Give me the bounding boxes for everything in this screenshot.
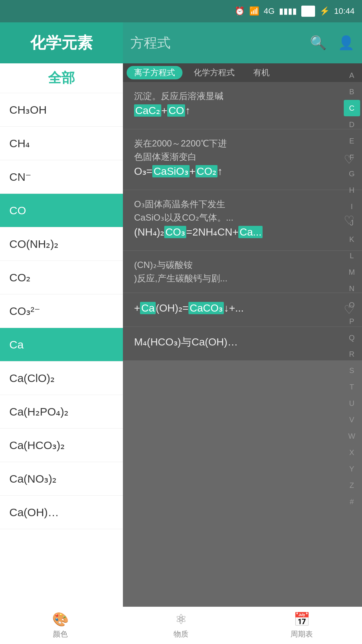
nav-item-color[interactable]: 🎨 颜色 — [0, 612, 121, 639]
result-3-desc2: CaSiO₃以及CO₂气体。... — [134, 211, 351, 224]
result-4-desc1: (CN)₂与碳酸铵 — [134, 258, 351, 272]
clock-icon: ⏰ — [235, 6, 245, 16]
header-actions: 🔍 👤 — [310, 35, 355, 51]
result-2-desc1: 炭在2000～2200℃下进 — [134, 137, 351, 150]
list-item-cah2po42[interactable]: Ca(H₂PO₄)₂ — [0, 395, 123, 429]
list-item-cano32[interactable]: Ca(NO₃)₂ — [0, 462, 123, 496]
result-3-desc1: O₃固体高温条件下发生 — [134, 198, 351, 211]
list-item-ch3oh[interactable]: CH₃OH — [0, 93, 123, 127]
result-3-highlight-ca: Ca... — [238, 226, 263, 238]
color-icon: 🎨 — [52, 612, 69, 627]
tab-chem-equation[interactable]: 化学方程式 — [186, 66, 242, 79]
time-label: 10:44 — [334, 6, 355, 16]
result-1-formula: CaC₂+CO↑ — [134, 103, 351, 119]
list-item-ch4[interactable]: CH₄ — [0, 127, 123, 160]
periodic-icon: 📅 — [293, 612, 310, 627]
left-panel: 全部 CH₃OH CH₄ CN⁻ CO CO(NH₂)₂ CO₂ CO₃²⁻ C… — [0, 63, 123, 607]
result-item-3[interactable]: O₃固体高温条件下发生 CaSiO₃以及CO₂气体。... (NH₄)₂CO₃=… — [123, 190, 362, 251]
bottom-nav: 🎨 颜色 ⚛ 物质 📅 周期表 — [0, 607, 362, 644]
signal-label: 4G — [264, 6, 274, 16]
result-item-6[interactable]: M₄(HCO₃)与Ca(OH)… — [123, 327, 362, 361]
header-right: 方程式 🔍 👤 — [123, 22, 362, 63]
matter-label: 物质 — [174, 629, 188, 639]
nav-item-matter[interactable]: ⚛ 物质 — [121, 612, 241, 639]
result-item-2[interactable]: 炭在2000～2200℃下进 色固体逐渐变白 O₃=CaSiO₃+CO₂↑ ♡ — [123, 129, 362, 190]
matter-icon: ⚛ — [175, 612, 187, 627]
nav-item-periodic[interactable]: 📅 周期表 — [241, 612, 362, 639]
result-item-4[interactable]: (CN)₂与碳酸铵 )反应,产生碳酸钙与剧... — [123, 251, 362, 293]
result-2-highlight-co2: CO₂ — [196, 165, 217, 177]
tabs-row: 离子方程式 化学方程式 有机 — [123, 63, 362, 82]
result-5-highlight-caco3: CaCO₃ — [188, 302, 224, 314]
result-2-formula: O₃=CaSiO₃+CO₂↑ — [134, 164, 351, 179]
search-icon[interactable]: 🔍 — [310, 35, 327, 51]
category-label[interactable]: 全部 — [48, 69, 75, 87]
result-3-highlight-co3: CO₃ — [164, 226, 186, 238]
list-item-conh22[interactable]: CO(NH₂)₂ — [0, 227, 123, 261]
list-item-co32-[interactable]: CO₃²⁻ — [0, 294, 123, 328]
status-bar: ⏰ 📶 4G ▮▮▮▮ 17 ⚡ 10:44 — [0, 0, 362, 22]
header-left: 化学元素 — [0, 22, 123, 63]
app-title: 化学元素 — [30, 32, 93, 53]
battery-charging-icon: ⚡ — [320, 6, 330, 16]
main-area: 全部 CH₃OH CH₄ CN⁻ CO CO(NH₂)₂ CO₂ CO₃²⁻ C… — [0, 63, 362, 607]
result-2-desc2: 色固体逐渐变白 — [134, 150, 351, 164]
result-1-highlight-co: CO — [167, 104, 185, 117]
category-header: 全部 — [0, 63, 123, 93]
list-item-cn-[interactable]: CN⁻ — [0, 160, 123, 194]
result-3-formula: (NH₄)₂CO₃=2NH₄CN+Ca... — [134, 224, 351, 240]
equation-tab[interactable]: 方程式 — [130, 34, 171, 52]
list-item-caoh[interactable]: Ca(OH)… — [0, 496, 123, 529]
result-5-highlight-ca: Ca — [140, 302, 156, 314]
header: 化学元素 方程式 🔍 👤 — [0, 22, 362, 63]
result-item-1[interactable]: 沉淀。反应后溶液显碱 CaC₂+CO↑ ♡ — [123, 82, 362, 129]
result-6-formula: M₄(HCO₃)与Ca(OH)… — [134, 334, 351, 350]
tab-ion-equation[interactable]: 离子方程式 — [127, 66, 182, 79]
color-label: 颜色 — [53, 629, 68, 639]
list-item-co[interactable]: CO — [0, 194, 123, 227]
list-item-cahco32[interactable]: Ca(HCO₃)₂ — [0, 429, 123, 462]
result-1-desc: 沉淀。反应后溶液显碱 — [134, 89, 351, 103]
list-item-co2[interactable]: CO₂ — [0, 261, 123, 294]
result-item-5[interactable]: +Ca(OH)₂=CaCO₃↓+... ♡ — [123, 293, 362, 327]
list-item-ca[interactable]: Ca — [0, 328, 123, 362]
list-item-caclo2[interactable]: Ca(ClO)₂ — [0, 362, 123, 395]
battery-level: 17 — [301, 6, 315, 17]
periodic-label: 周期表 — [290, 629, 313, 639]
right-panel: 离子方程式 化学方程式 有机 沉淀。反应后溶液显碱 CaC₂+CO↑ ♡ 炭在2… — [123, 63, 362, 607]
signal-bars-icon: ▮▮▮▮ — [279, 6, 297, 16]
result-4-desc2: )反应,产生碳酸钙与剧... — [134, 272, 351, 285]
result-5-formula: +Ca(OH)₂=CaCO₃↓+... — [134, 300, 351, 316]
user-icon[interactable]: 👤 — [338, 35, 355, 51]
result-1-highlight-cac2: CaC₂ — [134, 104, 161, 117]
wifi-icon: 📶 — [249, 6, 259, 16]
tab-organic[interactable]: 有机 — [246, 66, 277, 79]
result-2-highlight-casio3: CaSiO₃ — [152, 165, 189, 177]
